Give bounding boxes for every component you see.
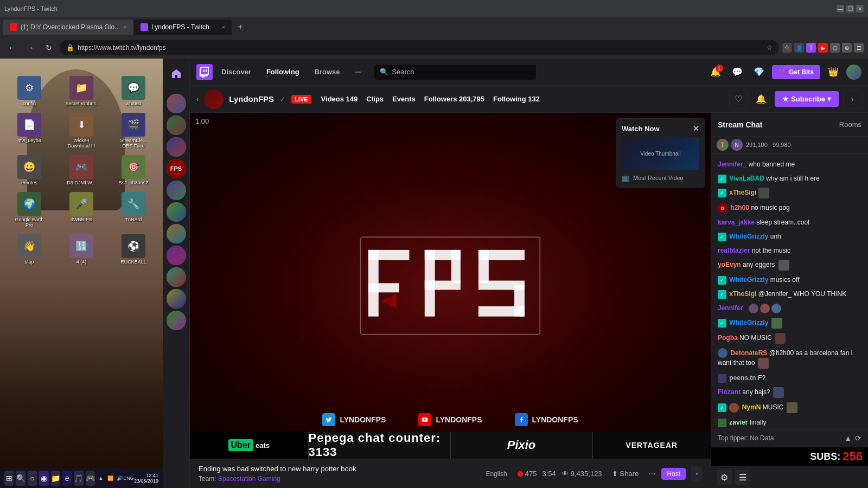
profile-icon[interactable]: 👤 xyxy=(794,43,804,53)
nav-treasury[interactable]: 💎 xyxy=(750,63,768,81)
username-detonaters[interactable]: DetonateRS xyxy=(730,349,767,357)
chat-settings-icon[interactable]: ⚙ xyxy=(717,470,732,485)
channel-name[interactable]: LyndonFPS xyxy=(229,94,274,104)
sidebar-avatar-3[interactable] xyxy=(167,137,186,157)
twitch-logo[interactable] xyxy=(196,64,213,80)
extensions-icon[interactable]: 🔌 xyxy=(782,43,792,53)
desktop-icon-d3[interactable]: 🎮 D3 OJMbW... xyxy=(56,153,106,188)
video-thumbnail[interactable]: Video Thumbnail xyxy=(622,137,699,170)
desktop-icon-ruckball[interactable]: ⚽ RUCKBALL xyxy=(108,232,158,267)
minimize-button[interactable]: — xyxy=(837,5,844,12)
team-link[interactable]: Spacestation Gaming xyxy=(218,475,280,483)
desktop-icon-secret[interactable]: 📁 Secret Wpbns. xyxy=(56,74,106,108)
username-jennifer2[interactable]: Jennifer_ xyxy=(718,304,746,312)
username-zavier[interactable]: zavier xyxy=(729,419,748,426)
taskbar-start[interactable]: ⊞ xyxy=(4,471,14,486)
tipper-scroll-up[interactable]: ▲ xyxy=(844,434,852,442)
sidebar-avatar-11[interactable] xyxy=(167,311,186,330)
sidebar-avatar-5[interactable] xyxy=(167,181,186,200)
bookmark-icon[interactable]: ☆ xyxy=(767,44,773,52)
nav-prime[interactable]: 👑 xyxy=(825,63,842,81)
desktop-icon-gearth[interactable]: 🌍 Google Earth Pro xyxy=(4,190,54,230)
desktop-icon-stream[interactable]: 🎬 StreamEle... OBS Face xyxy=(108,111,158,151)
rooms-button[interactable]: Rooms xyxy=(839,120,861,129)
twitch-ext-icon[interactable]: T xyxy=(806,43,816,53)
username-thesigi1[interactable]: xTheSigi xyxy=(729,189,756,196)
clips-stat[interactable]: Clips xyxy=(366,95,384,103)
close-window-button[interactable]: ✕ xyxy=(856,5,864,12)
desktop-icon-whats0[interactable]: 💬 whats0 xyxy=(108,74,158,108)
sidebar-avatar-6[interactable] xyxy=(167,202,186,222)
discover-nav-btn[interactable]: Discover xyxy=(215,65,258,79)
search-bar[interactable]: 🔍 Search xyxy=(374,64,537,80)
youtube-ext-icon[interactable]: ▶ xyxy=(818,43,828,53)
more-options-button[interactable]: › xyxy=(843,90,861,108)
window-controls[interactable]: — ❐ ✕ xyxy=(837,5,864,12)
desktop-icon-config[interactable]: ⚙ config xyxy=(4,74,54,108)
taskbar-cortana[interactable]: ○ xyxy=(28,471,37,486)
username-viva1[interactable]: VivaLaBAD xyxy=(729,175,764,182)
desktop-icon-emotes[interactable]: 😀 emotes xyxy=(4,153,54,188)
username-nymn[interactable]: NymN xyxy=(742,404,761,412)
tab-2-close[interactable]: × xyxy=(222,24,225,30)
username-wg3[interactable]: WhiteGrizzly xyxy=(729,319,768,326)
taskbar-app1[interactable]: 🎵 xyxy=(74,471,83,486)
taskbar-edge[interactable]: e xyxy=(62,471,72,486)
watch-now-close-btn[interactable]: ✕ xyxy=(693,124,699,133)
taskbar-app2[interactable]: 🎮 xyxy=(86,471,95,486)
more-nav-btn[interactable]: ··· xyxy=(349,65,368,79)
followers-stat[interactable]: Followers 203,795 xyxy=(424,95,484,103)
username-flozant[interactable]: Flozant xyxy=(718,389,741,396)
get-bits-button[interactable]: 💜 Get Bits xyxy=(772,65,820,79)
username-yoevyn[interactable]: yoEvyn xyxy=(718,261,741,268)
host-chevron[interactable]: ▾ xyxy=(691,466,702,481)
following-stat[interactable]: Following 132 xyxy=(493,95,540,103)
chat-list-icon[interactable]: ☰ xyxy=(735,470,750,485)
desktop-icon-ssj[interactable]: 🎯 SsJ_pb3ans2 xyxy=(108,153,158,188)
following-nav-btn[interactable]: Following xyxy=(260,65,306,79)
sidebar-avatar-8[interactable] xyxy=(167,246,186,265)
host-button[interactable]: Host xyxy=(661,468,686,480)
forward-button[interactable]: → xyxy=(23,40,38,55)
tipper-scroll-down[interactable]: ⟳ xyxy=(855,434,861,442)
taskbar-search[interactable]: 🔍 xyxy=(16,471,25,486)
username-realblazier[interactable]: realblazier xyxy=(718,247,750,254)
search-input[interactable]: Search xyxy=(392,68,414,76)
address-bar[interactable]: 🔒 https://www.twitch.tv/lyndonfps ☆ xyxy=(60,40,779,55)
sidebar-avatar-2[interactable] xyxy=(167,115,186,135)
username-peenstn[interactable]: peens.tn xyxy=(729,374,756,382)
channel-nav-back[interactable]: ‹ xyxy=(196,95,199,103)
sidebar-avatar-10[interactable] xyxy=(167,289,186,309)
browse-nav-btn[interactable]: Browse xyxy=(308,65,347,79)
back-button[interactable]: ← xyxy=(4,40,20,55)
heart-button[interactable]: ♡ xyxy=(729,90,748,108)
taskbar-folder[interactable]: 📁 xyxy=(51,471,60,486)
share-button[interactable]: ⬆ Share xyxy=(608,467,643,480)
desktop-icon-ntw[interactable]: 📄 ntw_Leyb4 xyxy=(4,111,54,151)
sidebar-home[interactable] xyxy=(165,63,187,85)
tab-1[interactable]: (1) DIY Overclocked Plasma Glo... × xyxy=(3,20,133,35)
subscribe-button[interactable]: ★ Subscribe ▾ xyxy=(775,91,839,107)
sidebar-avatar-7[interactable] xyxy=(167,224,186,243)
desktop-icon-tnhard[interactable]: 🔧 TnHArd xyxy=(108,190,158,230)
most-recent-video[interactable]: 📺 Most Recent Video xyxy=(622,174,699,182)
taskbar-chrome[interactable]: ◉ xyxy=(39,471,48,486)
username-jennifer1[interactable]: Jennifer_ xyxy=(718,160,746,168)
sidebar-avatar-fps[interactable]: FPS xyxy=(167,159,186,178)
desktop-icon-slap[interactable]: 👋 slap xyxy=(4,232,54,267)
username-thesigi2[interactable]: xTheSigi xyxy=(729,290,756,298)
maximize-button[interactable]: ❐ xyxy=(846,5,854,12)
nav-messages[interactable]: 💬 xyxy=(729,63,746,81)
reload-button[interactable]: ↻ xyxy=(41,40,56,55)
username-wg2[interactable]: WhiteGrizzly xyxy=(729,276,768,284)
username-wg1[interactable]: WhiteGrizzly xyxy=(729,233,768,240)
username-pogba[interactable]: Pogba xyxy=(718,334,738,342)
desktop-icon-dwbb[interactable]: 🎤 dWBBIPS xyxy=(56,190,106,230)
sidebar-avatar-1[interactable] xyxy=(167,94,186,113)
username-karva[interactable]: karva_jakke xyxy=(718,219,755,226)
events-stat[interactable]: Events xyxy=(392,95,416,103)
tab-1-close[interactable]: × xyxy=(123,24,126,30)
bell-button[interactable]: 🔔 xyxy=(752,90,770,108)
new-tab-button[interactable]: + xyxy=(233,20,248,35)
more-ext-3[interactable]: ☰ xyxy=(854,43,864,53)
